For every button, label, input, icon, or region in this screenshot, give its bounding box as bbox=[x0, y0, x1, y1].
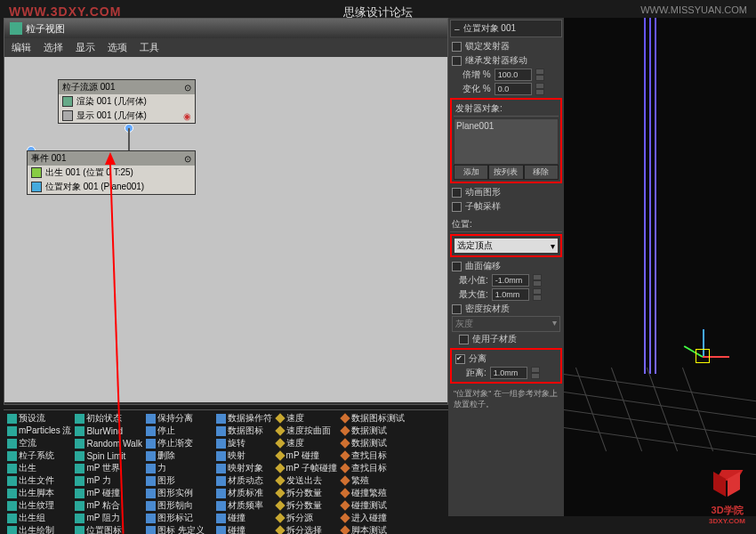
depot-item[interactable]: mP 世界 bbox=[73, 462, 143, 474]
menu-tools[interactable]: 工具 bbox=[140, 41, 159, 54]
depot-item[interactable]: 发送出去 bbox=[274, 474, 340, 487]
depot-item[interactable]: 出生脚本 bbox=[5, 487, 73, 499]
depot-item[interactable]: 数据测试 bbox=[339, 437, 406, 449]
event-title[interactable]: 事件 001⊙ bbox=[28, 151, 195, 166]
depot-item[interactable]: 材质动态 bbox=[214, 474, 274, 487]
menu-edit[interactable]: 编辑 bbox=[12, 41, 31, 54]
depot-item[interactable]: 繁殖 bbox=[339, 474, 406, 487]
depot-item[interactable]: 出生组 bbox=[5, 512, 73, 524]
depot-item[interactable]: 碰撞 bbox=[214, 512, 274, 524]
depot-item[interactable]: 映射对象 bbox=[214, 462, 274, 474]
min-spinner[interactable]: -1.0mm bbox=[492, 274, 529, 287]
depot-item[interactable]: mP 阻力 bbox=[73, 512, 143, 524]
viewport-perspective[interactable] bbox=[564, 18, 756, 516]
dist-spinner[interactable]: 1.0mm bbox=[490, 367, 527, 379]
add-button[interactable]: 添加 bbox=[454, 165, 488, 180]
surf-offset-checkbox[interactable] bbox=[452, 262, 462, 271]
density-dropdown[interactable]: 灰度▾ bbox=[452, 316, 560, 332]
window-titlebar[interactable]: 粒子视图 bbox=[4, 19, 447, 38]
depot-item[interactable]: 保持分离 bbox=[144, 412, 214, 425]
emitter-listbox[interactable]: Plane001 bbox=[454, 118, 559, 165]
depot-item[interactable]: 图形 bbox=[144, 474, 214, 487]
depot-item[interactable]: 出生纹理 bbox=[5, 499, 73, 512]
sub-sample-checkbox[interactable] bbox=[452, 202, 462, 212]
node-title[interactable]: 粒子流源 001 ⊙ bbox=[59, 80, 195, 94]
max-spinner[interactable]: 1.0mm bbox=[492, 288, 529, 301]
depot-item[interactable]: 碰撞繁殖 bbox=[339, 487, 406, 499]
depot-item[interactable]: 拆分数量 bbox=[274, 487, 340, 499]
inherit-move-checkbox[interactable] bbox=[452, 56, 462, 66]
depot-item[interactable]: 速度 bbox=[274, 412, 340, 425]
depot-item[interactable]: 粒子系统 bbox=[5, 449, 73, 462]
operator-depot[interactable]: 预设流mParticles 流空流粒子系统出生出生文件出生脚本出生纹理出生组出生… bbox=[4, 409, 448, 534]
density-checkbox[interactable] bbox=[452, 304, 462, 314]
render-operator[interactable]: 渲染 001 (几何体) bbox=[59, 94, 195, 109]
spinner-buttons[interactable] bbox=[535, 69, 544, 81]
depot-item[interactable]: 碰撞测试 bbox=[339, 499, 406, 512]
menu-select[interactable]: 选择 bbox=[44, 41, 63, 54]
anim-shape-checkbox[interactable] bbox=[452, 188, 462, 198]
bylist-button[interactable]: 按列表 bbox=[488, 165, 523, 180]
depot-item[interactable]: Random Walk bbox=[73, 437, 143, 449]
depot-item[interactable]: 删除 bbox=[144, 449, 214, 462]
depot-item[interactable]: 图形朝向 bbox=[144, 499, 214, 512]
depot-item[interactable]: mParticles 流 bbox=[5, 425, 73, 437]
depot-item[interactable]: 位置图标 bbox=[73, 524, 143, 534]
flow-source-node[interactable]: 粒子流源 001 ⊙ 渲染 001 (几何体) 显示 001 (几何体)◉ bbox=[58, 79, 196, 124]
depot-item[interactable]: 初始状态 bbox=[73, 412, 143, 425]
lock-emitter-checkbox[interactable] bbox=[452, 42, 462, 52]
depot-item[interactable]: 碰撞 bbox=[214, 524, 274, 534]
depot-item[interactable]: 空流 bbox=[5, 437, 73, 449]
location-dropdown[interactable]: 选定顶点▾ bbox=[454, 238, 559, 254]
menu-options[interactable]: 选项 bbox=[108, 41, 127, 54]
depot-item[interactable]: 图形实例 bbox=[144, 487, 214, 499]
depot-item[interactable]: 材质标准 bbox=[214, 487, 274, 499]
depot-item[interactable]: 进入碰撞 bbox=[339, 512, 406, 524]
event-node[interactable]: 事件 001⊙ 出生 001 (位置 0 T:25) 位置对象 001 (Pla… bbox=[27, 150, 196, 195]
remove-button[interactable]: 移除 bbox=[524, 165, 559, 180]
depot-item[interactable]: 出生绘制 bbox=[5, 524, 73, 534]
depot-item[interactable]: 预设流 bbox=[5, 412, 73, 425]
depot-item[interactable]: 停止 bbox=[144, 425, 214, 437]
var-spinner[interactable]: 0.0 bbox=[495, 83, 532, 95]
depot-item[interactable]: 出生文件 bbox=[5, 474, 73, 487]
depot-item[interactable]: Spin Limit bbox=[73, 449, 143, 462]
depot-item[interactable]: 拆分选择 bbox=[274, 524, 340, 534]
spinner-buttons[interactable] bbox=[535, 83, 544, 95]
panel-header[interactable]: 位置对象 001 bbox=[450, 20, 562, 37]
depot-item[interactable]: mP 力 bbox=[73, 474, 143, 487]
depot-item[interactable]: 脚本测试 bbox=[339, 524, 406, 534]
depot-item[interactable]: 拆分数量 bbox=[274, 499, 340, 512]
depot-item[interactable]: 查找目标 bbox=[339, 462, 406, 474]
menu-display[interactable]: 显示 bbox=[76, 41, 95, 54]
depot-item[interactable]: 数据操作符 bbox=[214, 412, 274, 425]
depot-item[interactable]: 数据测试 bbox=[339, 425, 406, 437]
display-operator[interactable]: 显示 001 (几何体)◉ bbox=[59, 109, 195, 123]
depot-item[interactable]: 停止渐变 bbox=[144, 437, 214, 449]
separate-checkbox[interactable] bbox=[455, 354, 465, 364]
depot-item[interactable]: 速度 bbox=[274, 437, 340, 449]
depot-item[interactable]: 图形标记 bbox=[144, 512, 214, 524]
depot-item[interactable]: BlurWind bbox=[73, 425, 143, 437]
depot-item[interactable]: 查找目标 bbox=[339, 449, 406, 462]
depot-item[interactable]: 数据图标 bbox=[214, 425, 274, 437]
depot-item[interactable]: 拆分源 bbox=[274, 512, 340, 524]
depot-item[interactable]: 映射 bbox=[214, 449, 274, 462]
depot-item[interactable]: mP 碰撞 bbox=[274, 449, 340, 462]
depot-item[interactable]: mP 粘合 bbox=[73, 499, 143, 512]
mult-spinner[interactable]: 100.0 bbox=[495, 69, 532, 81]
pflow-canvas[interactable]: 粒子流源 001 ⊙ 渲染 001 (几何体) 显示 001 (几何体)◉ 事件… bbox=[4, 57, 447, 402]
depot-item[interactable]: mP 子帧碰撞 bbox=[274, 462, 340, 474]
depot-item[interactable]: 图标 先定义 bbox=[144, 524, 214, 534]
use-submtl-checkbox[interactable] bbox=[459, 335, 469, 344]
depot-item[interactable]: 速度按曲面 bbox=[274, 425, 340, 437]
depot-item[interactable]: 数据图标测试 bbox=[339, 412, 406, 425]
depot-item[interactable]: 旋转 bbox=[214, 437, 274, 449]
depot-item[interactable]: 出生 bbox=[5, 462, 73, 474]
position-object-operator[interactable]: 位置对象 001 (Plane001) bbox=[28, 180, 195, 194]
depot-item[interactable]: mP 碰撞 bbox=[73, 487, 143, 499]
depot-item[interactable]: 材质频率 bbox=[214, 499, 274, 512]
depot-item[interactable]: 力 bbox=[144, 462, 214, 474]
birth-operator[interactable]: 出生 001 (位置 0 T:25) bbox=[28, 166, 195, 180]
menubar[interactable]: 编辑 选择 显示 选项 工具 bbox=[4, 38, 447, 57]
